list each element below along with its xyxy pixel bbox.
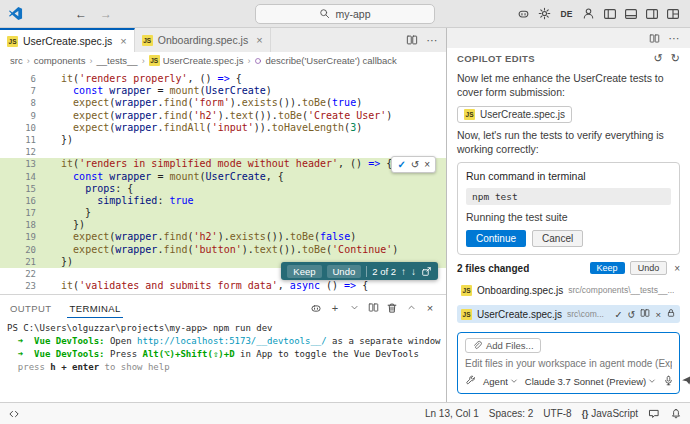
keep-file-icon[interactable]: ✓ xyxy=(615,309,623,320)
panel-header: OUTPUT TERMINAL + × xyxy=(0,295,446,320)
layout-secondary-sidebar-icon[interactable] xyxy=(642,4,661,24)
language-mode[interactable]: {} JavaScript xyxy=(582,408,638,419)
code-line-11[interactable]: 11 }) xyxy=(0,134,446,146)
layout-panel-icon[interactable] xyxy=(621,4,640,24)
keep-all-button[interactable]: Keep xyxy=(590,262,625,274)
close-panel-icon[interactable]: × xyxy=(422,300,438,316)
settings-gear-icon[interactable] xyxy=(535,4,554,24)
account-icon[interactable] xyxy=(579,4,598,24)
line-number: 14 xyxy=(0,171,49,183)
terminal-line: ➜ Vue DevTools: Open http://localhost:51… xyxy=(7,335,446,348)
tab-output[interactable]: OUTPUT xyxy=(8,298,53,317)
maximize-panel-icon[interactable] xyxy=(403,300,419,316)
breadcrumb-file-label: UserCreate.spec.js xyxy=(163,55,244,66)
layout-sidebar-icon[interactable] xyxy=(600,4,619,24)
agent-mode-picker[interactable]: Agent xyxy=(483,376,518,387)
mic-icon[interactable] xyxy=(663,375,674,388)
terminal-profile-dropdown-icon[interactable] xyxy=(346,300,362,316)
breadcrumb-item-src[interactable]: src xyxy=(10,55,23,66)
code-line-18[interactable]: 18 }) xyxy=(0,219,446,231)
indentation[interactable]: Spaces: 2 xyxy=(489,408,533,419)
code-line-19[interactable]: 19 expect(wrapper.find('h2').exists()).t… xyxy=(0,231,446,243)
close-files-icon[interactable]: × xyxy=(674,263,680,274)
bell-icon[interactable] xyxy=(670,408,682,420)
code-lines: 6 it('renders properly', () => {7 const … xyxy=(0,73,446,294)
changed-file-row[interactable]: JS UserCreate.spec.js src\com... ✓ ↺ × xyxy=(457,305,680,323)
breadcrumb-separator: › xyxy=(247,56,250,66)
cancel-button[interactable]: Cancel xyxy=(532,230,583,247)
code-line-10[interactable]: 10 expect(wrapper.findAll('input')).toHa… xyxy=(0,122,446,134)
copilot-terminal-icon[interactable] xyxy=(308,300,324,316)
code-line-14[interactable]: 14 const wrapper = mount(UserCreate, { xyxy=(0,171,446,183)
more-actions-icon[interactable]: ⋯ xyxy=(424,32,440,48)
code-line-24[interactable]: 24 xyxy=(0,292,446,294)
tab-usercreate-spec[interactable]: JS UserCreate.spec.js × xyxy=(0,28,135,52)
keep-change-button[interactable]: Keep xyxy=(287,265,321,278)
undo-file-icon[interactable]: ↺ xyxy=(627,309,635,320)
split-terminal-icon[interactable] xyxy=(365,300,381,316)
remote-indicator-icon[interactable] xyxy=(8,408,20,420)
send-icon[interactable] xyxy=(681,374,690,388)
command-center-search[interactable]: my-app xyxy=(255,4,435,24)
undo-change-button[interactable]: Undo xyxy=(327,265,362,278)
open-diff-icon[interactable] xyxy=(640,308,650,320)
encoding[interactable]: UTF-8 xyxy=(543,408,571,419)
undo-edit-icon[interactable]: ↺ xyxy=(654,52,663,65)
code-line-12[interactable]: 12 xyxy=(0,146,446,158)
code-line-13[interactable]: 13 it('renders in simplified mode withou… xyxy=(0,158,446,170)
tab-terminal[interactable]: TERMINAL xyxy=(67,298,122,318)
back-arrow-icon[interactable]: ← xyxy=(75,7,87,21)
tools-icon[interactable] xyxy=(465,375,476,388)
file-actions: ✓ ↺ × xyxy=(615,308,677,320)
breadcrumb-item-tests[interactable]: __tests__ xyxy=(96,55,137,66)
breadcrumb-item-file[interactable]: JS UserCreate.spec.js xyxy=(149,55,244,66)
terminal-output[interactable]: PS C:\Users\olguzzar\projects\my-app> np… xyxy=(0,320,446,402)
chat-input[interactable]: Edit files in your workspace in agent mo… xyxy=(465,358,672,369)
undo-all-button[interactable]: Undo xyxy=(630,261,668,275)
lock-file-icon[interactable] xyxy=(666,308,676,320)
code-line-23[interactable]: 23 it('validates and submits form data',… xyxy=(0,280,446,292)
model-picker[interactable]: Claude 3.7 Sonnet (Preview) xyxy=(525,376,656,387)
code-line-17[interactable]: 17 } xyxy=(0,207,446,219)
kill-terminal-icon[interactable] xyxy=(384,300,400,316)
go-to-file-icon[interactable] xyxy=(421,266,432,277)
code-line-9[interactable]: 9 expect(wrapper.find('h2').text()).toBe… xyxy=(0,110,446,122)
panel-layout-icon[interactable] xyxy=(646,30,662,46)
code-line-7[interactable]: 7 const wrapper = mount(UserCreate) xyxy=(0,85,446,97)
split-editor-icon[interactable] xyxy=(404,32,420,48)
breadcrumb-item-symbol[interactable]: describe('UserCreate') callback xyxy=(254,55,396,66)
close-tab-icon[interactable]: × xyxy=(120,35,126,47)
more-actions-icon[interactable]: ⋯ xyxy=(666,30,682,46)
code-line-6[interactable]: 6 it('renders properly', () => { xyxy=(0,73,446,85)
new-terminal-icon[interactable]: + xyxy=(327,300,343,316)
profile-badge[interactable]: DE xyxy=(556,4,577,24)
close-toolbar-icon[interactable]: × xyxy=(424,159,430,170)
line-number: 12 xyxy=(0,146,49,158)
changed-file-row[interactable]: JS Onboarding.spec.js src/components\__t… xyxy=(457,281,680,299)
close-tab-icon[interactable]: × xyxy=(256,34,262,46)
code-line-16[interactable]: 16 simplified: true xyxy=(0,195,446,207)
close-file-icon[interactable]: × xyxy=(655,309,661,320)
breadcrumb-item-components[interactable]: components xyxy=(34,55,86,66)
tab-onboarding-spec[interactable]: JS Onboarding.spec.js × xyxy=(135,28,271,52)
continue-button[interactable]: Continue xyxy=(466,230,526,247)
accept-change-icon[interactable]: ✓ xyxy=(397,159,405,170)
code-line-8[interactable]: 8 expect(wrapper.find('form').exists()).… xyxy=(0,97,446,109)
add-files-button[interactable]: Add Files... xyxy=(465,338,541,353)
forward-arrow-icon[interactable]: → xyxy=(100,7,112,21)
discard-change-icon[interactable]: ↺ xyxy=(411,159,419,170)
file-reference-chip[interactable]: JS UserCreate.spec.js xyxy=(457,106,572,123)
customize-layout-icon[interactable] xyxy=(663,4,682,24)
code-line-20[interactable]: 20 expect(wrapper.find('button').text())… xyxy=(0,244,446,256)
line-number: 17 xyxy=(0,207,49,219)
feedback-icon[interactable] xyxy=(648,408,660,420)
next-change-icon[interactable]: ↓ xyxy=(411,266,416,277)
cursor-position[interactable]: Ln 13, Col 1 xyxy=(425,408,479,419)
code-editor[interactable]: 6 it('renders properly', () => {7 const … xyxy=(0,69,446,294)
redo-edit-icon[interactable]: ↻ xyxy=(671,52,680,65)
javascript-file-icon: JS xyxy=(464,109,475,120)
code-line-15[interactable]: 15 props: { xyxy=(0,183,446,195)
chat-input-container[interactable]: Add Files... Edit files in your workspac… xyxy=(457,332,680,394)
previous-change-icon[interactable]: ↑ xyxy=(401,266,406,277)
copilot-icon[interactable] xyxy=(514,4,533,24)
